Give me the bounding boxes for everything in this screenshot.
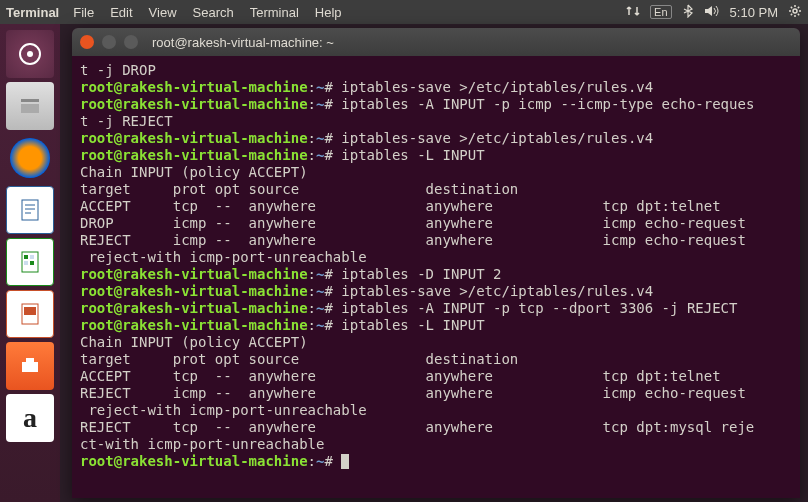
launcher-amazon[interactable]: a <box>6 394 54 442</box>
volume-icon[interactable] <box>704 4 720 21</box>
terminal-body[interactable]: t -j DROP root@rakesh-virtual-machine:~#… <box>72 56 800 498</box>
launcher-impress[interactable] <box>6 290 54 338</box>
svg-rect-12 <box>24 261 28 265</box>
window-close-button[interactable] <box>80 35 94 49</box>
svg-rect-4 <box>21 104 39 113</box>
panel-app-label: Terminal <box>6 5 59 20</box>
svg-rect-15 <box>24 307 36 315</box>
launcher-firefox[interactable] <box>6 134 54 182</box>
svg-rect-10 <box>24 255 28 259</box>
svg-rect-11 <box>30 255 34 259</box>
launcher-software[interactable] <box>6 342 54 390</box>
menu-search[interactable]: Terminal <box>250 5 299 20</box>
bluetooth-icon[interactable] <box>682 4 694 21</box>
svg-rect-5 <box>22 200 38 220</box>
top-panel: Terminal File Edit View Search Terminal … <box>0 0 808 24</box>
window-maximize-button[interactable] <box>124 35 138 49</box>
menu-terminal[interactable]: File <box>73 5 94 20</box>
system-tray: En 5:10 PM <box>626 4 802 21</box>
svg-point-2 <box>27 51 33 57</box>
window-minimize-button[interactable] <box>102 35 116 49</box>
terminal-window: root@rakesh-virtual-machine: ~ t -j DROP… <box>72 28 800 498</box>
svg-point-0 <box>793 9 797 13</box>
menu-view[interactable]: Search <box>193 5 234 20</box>
clock[interactable]: 5:10 PM <box>730 5 778 20</box>
menu-terminal2[interactable]: Help <box>315 5 342 20</box>
network-icon[interactable] <box>626 4 640 21</box>
window-title: root@rakesh-virtual-machine: ~ <box>152 35 334 50</box>
menu-file[interactable]: Edit <box>110 5 132 20</box>
input-language[interactable]: En <box>650 5 671 19</box>
launcher-files[interactable] <box>6 82 54 130</box>
launcher-dash[interactable] <box>6 30 54 78</box>
launcher-calc[interactable] <box>6 238 54 286</box>
settings-gear-icon[interactable] <box>788 4 802 21</box>
launcher-writer[interactable] <box>6 186 54 234</box>
menu-edit[interactable]: View <box>149 5 177 20</box>
svg-rect-3 <box>21 99 39 102</box>
window-titlebar[interactable]: root@rakesh-virtual-machine: ~ <box>72 28 800 56</box>
svg-rect-13 <box>30 261 34 265</box>
unity-launcher: a <box>0 24 60 502</box>
